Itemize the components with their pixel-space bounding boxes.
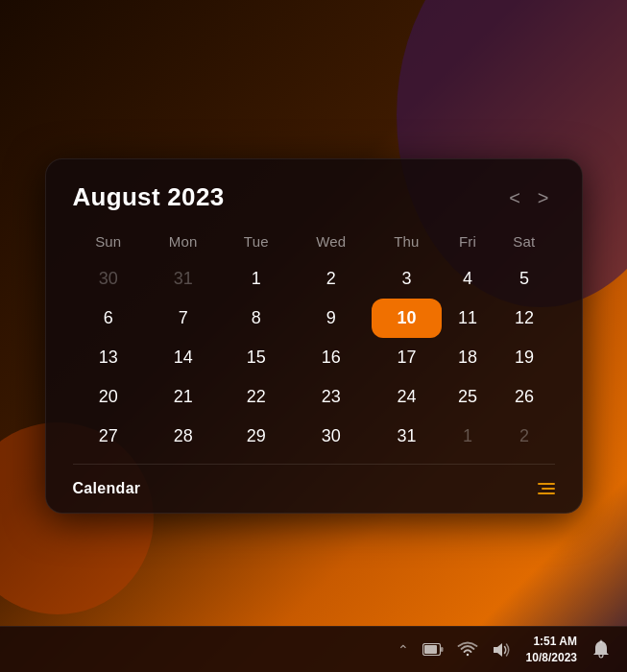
calendar-day[interactable]: 2: [494, 417, 554, 456]
weekday-mon: Mon: [144, 229, 222, 259]
calendar-day[interactable]: 5: [494, 259, 554, 299]
calendar-day[interactable]: 1: [442, 417, 494, 456]
svg-rect-1: [424, 645, 437, 654]
settings-icon[interactable]: [538, 483, 555, 494]
calendar-day[interactable]: 1: [222, 259, 290, 299]
weekday-sun: Sun: [73, 229, 145, 259]
weekday-header-row: Sun Mon Tue Wed Thu Fri Sat: [73, 229, 555, 259]
wifi-icon: [457, 641, 478, 659]
taskbar: ⌃ 1:51 AM 10/8/2023: [0, 626, 627, 672]
date-display: 10/8/2023: [526, 650, 577, 665]
svg-rect-2: [441, 647, 444, 652]
calendar-day[interactable]: 13: [73, 338, 145, 377]
calendar-footer-label: Calendar: [73, 480, 141, 497]
notification-bell-icon[interactable]: [591, 639, 612, 660]
calendar-day[interactable]: 23: [290, 377, 372, 417]
calendar-day[interactable]: 17: [372, 338, 441, 377]
week-row-3: 13141516171819: [73, 338, 555, 377]
week-row-4: 20212223242526: [73, 377, 555, 417]
calendar-day[interactable]: 16: [290, 338, 372, 377]
nav-buttons: < >: [503, 186, 554, 209]
calendar-day[interactable]: 7: [144, 299, 222, 338]
weekday-fri: Fri: [442, 229, 494, 259]
calendar-day[interactable]: 25: [442, 377, 494, 417]
calendar-day[interactable]: 31: [372, 417, 441, 456]
calendar-day[interactable]: 8: [222, 299, 290, 338]
weekday-sat: Sat: [494, 229, 554, 259]
volume-icon[interactable]: [492, 641, 513, 659]
calendar-day[interactable]: 31: [144, 259, 222, 299]
calendar-day[interactable]: 30: [73, 259, 145, 299]
tray-chevrons-icon[interactable]: ⌃: [398, 642, 409, 658]
week-row-2: 6789101112: [73, 299, 555, 338]
settings-line-2: [542, 488, 555, 490]
prev-month-button[interactable]: <: [503, 186, 526, 209]
svg-marker-3: [494, 643, 502, 657]
calendar-day[interactable]: 9: [290, 299, 372, 338]
settings-line-3: [538, 492, 555, 494]
calendar-day[interactable]: 29: [222, 417, 290, 456]
calendar-day[interactable]: 19: [494, 338, 554, 377]
calendar-widget: August 2023 < > Sun Mon Tue Wed Thu Fri …: [45, 158, 583, 514]
calendar-day[interactable]: 24: [372, 377, 441, 417]
calendar-header: August 2023 < >: [73, 182, 555, 212]
calendar-day[interactable]: 22: [222, 377, 290, 417]
calendar-day[interactable]: 4: [442, 259, 494, 299]
calendar-day[interactable]: 21: [144, 377, 222, 417]
calendar-day[interactable]: 28: [144, 417, 222, 456]
weekday-tue: Tue: [222, 229, 290, 259]
calendar-day[interactable]: 15: [222, 338, 290, 377]
calendar-day[interactable]: 2: [290, 259, 372, 299]
calendar-day[interactable]: 26: [494, 377, 554, 417]
taskbar-time[interactable]: 1:51 AM 10/8/2023: [526, 634, 577, 664]
next-month-button[interactable]: >: [532, 186, 555, 209]
calendar-day[interactable]: 30: [290, 417, 372, 456]
calendar-grid: Sun Mon Tue Wed Thu Fri Sat 303112345678…: [73, 229, 555, 456]
calendar-day[interactable]: 10: [372, 299, 441, 338]
weekday-wed: Wed: [290, 229, 372, 259]
calendar-footer: Calendar: [73, 464, 555, 513]
time-display: 1:51 AM: [526, 634, 577, 649]
calendar-day[interactable]: 20: [73, 377, 145, 417]
calendar-day[interactable]: 18: [442, 338, 494, 377]
calendar-title: August 2023: [73, 182, 225, 212]
week-row-5: 272829303112: [73, 417, 555, 456]
calendar-day[interactable]: 27: [73, 417, 145, 456]
weekday-thu: Thu: [372, 229, 441, 259]
week-row-1: 303112345: [73, 259, 555, 299]
svg-point-4: [600, 639, 603, 642]
calendar-day[interactable]: 11: [442, 299, 494, 338]
battery-icon: [422, 643, 444, 656]
calendar-day[interactable]: 3: [372, 259, 441, 299]
settings-line-1: [538, 483, 555, 485]
calendar-day[interactable]: 6: [73, 299, 145, 338]
calendar-day[interactable]: 14: [144, 338, 222, 377]
calendar-day[interactable]: 12: [494, 299, 554, 338]
